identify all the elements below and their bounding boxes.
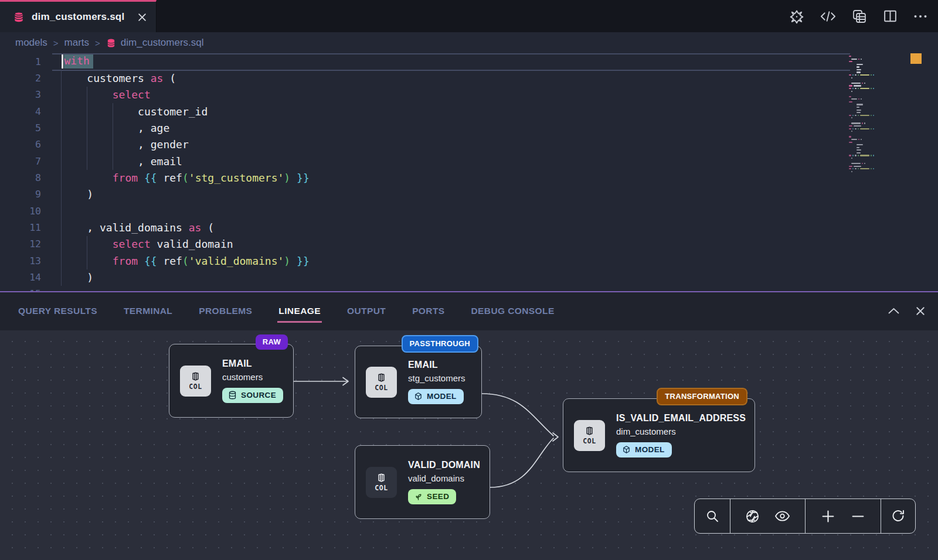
refresh-icon[interactable] (891, 509, 905, 523)
node-model-name: valid_domains (408, 473, 480, 483)
lineage-node-stg-customers[interactable]: PASSTHROUGH COL EMAIL stg_customers MODE… (355, 346, 482, 418)
breadcrumb-marts[interactable]: marts (64, 37, 90, 49)
panel-tab-bar: QUERY RESULTSTERMINALPROBLEMSLINEAGEOUTP… (0, 292, 938, 329)
lineage-node-dim-customers[interactable]: TRANSFORMATION COL IS_VALID_EMAIL_ADDRES… (563, 398, 755, 472)
line-number: 7 (0, 156, 41, 167)
breadcrumb-file[interactable]: dim_customers.sql (106, 37, 204, 49)
columns-icon (376, 372, 387, 383)
line-number: 4 (0, 106, 41, 117)
breadcrumb-models[interactable]: models (15, 37, 47, 49)
node-model-name: stg_customers (408, 373, 465, 383)
code-line: 8 from {{ ref('stg_customers') }} (0, 169, 938, 186)
node-model-name: customers (222, 372, 283, 382)
panel-header-icons (888, 292, 925, 329)
minimap[interactable] (849, 56, 899, 176)
panel-tab-output[interactable]: OUTPUT (347, 306, 386, 316)
scrollbar-selection-marker (910, 53, 922, 64)
columns-icon (190, 371, 201, 382)
indent-guide (87, 87, 87, 170)
tab-dim-customers[interactable]: dim_customers.sql (0, 0, 157, 32)
line-number: 2 (0, 73, 41, 84)
editor-tab-bar: dim_customers.sql (0, 0, 938, 32)
node-column-name: EMAIL (222, 358, 283, 369)
split-editor-icon[interactable] (883, 9, 898, 23)
cube-icon (414, 392, 423, 401)
dbt-icon[interactable] (789, 9, 804, 24)
code-line: 15 (0, 286, 938, 291)
text-cursor (62, 54, 63, 69)
panel-tab-debug-console[interactable]: DEBUG CONSOLE (471, 306, 555, 316)
line-number: 1 (0, 56, 41, 67)
code-lines: 1with2 customers as (3 select4 customer_… (0, 53, 938, 291)
seed-badge[interactable]: SEED (408, 489, 456, 504)
model-badge[interactable]: MODEL (616, 442, 672, 457)
source-badge[interactable]: SOURCE (222, 388, 283, 403)
columns-icon (376, 472, 387, 483)
node-column-name: VALID_DOMAIN (408, 460, 480, 470)
columns-icon (584, 425, 595, 436)
lineage-canvas[interactable]: RAW COL EMAIL customers SOURCE (0, 330, 938, 560)
lineage-toolbar (694, 498, 916, 534)
column-chip: COL (366, 467, 397, 498)
line-number: 14 (0, 272, 41, 283)
panel-tab-terminal[interactable]: TERMINAL (124, 306, 172, 316)
cube-icon (622, 445, 631, 454)
code-line: 3 select (0, 87, 938, 103)
panel-tab-query-results[interactable]: QUERY RESULTS (18, 306, 97, 316)
code-editor[interactable]: 1with2 customers as (3 select4 customer_… (0, 53, 938, 291)
panel-tab-problems[interactable]: PROBLEMS (199, 306, 252, 316)
search-icon[interactable] (705, 509, 719, 523)
zoom-in-icon[interactable] (821, 510, 835, 523)
line-number: 9 (0, 189, 41, 200)
code-line: 11 , valid_domains as ( (0, 219, 938, 235)
chevron-up-icon[interactable] (888, 308, 899, 314)
lineage-node-customers[interactable]: RAW COL EMAIL customers SOURCE (169, 344, 294, 418)
raw-tag: RAW (256, 334, 288, 350)
line-number: 12 (0, 238, 41, 250)
model-badge[interactable]: MODEL (408, 389, 464, 404)
column-chip: COL (574, 420, 605, 451)
indent-guide (61, 70, 62, 286)
line-number: 8 (0, 172, 41, 183)
code-line: 13 from {{ ref('valid_domains') }} (0, 252, 938, 269)
close-icon[interactable] (916, 306, 925, 316)
passthrough-tag: PASSTHROUGH (402, 335, 478, 353)
code-line: 14 ) (0, 269, 938, 285)
tab-close-icon[interactable] (138, 13, 147, 22)
breadcrumb: models > marts > dim_customers.sql (0, 32, 938, 53)
code-line: 2 customers as ( (0, 70, 938, 86)
aperture-icon[interactable] (745, 509, 760, 524)
current-line-border-top (52, 53, 850, 54)
tab-title: dim_customers.sql (32, 11, 131, 23)
current-line-border-bottom (52, 70, 850, 71)
copy-table-icon[interactable] (852, 9, 867, 24)
more-actions-icon[interactable] (913, 14, 927, 19)
panel-tab-ports[interactable]: PORTS (412, 306, 444, 316)
code-line: 10 (0, 203, 938, 219)
code-line: 1with (0, 53, 938, 70)
code-line: 6 , gender (0, 136, 938, 153)
sprout-icon (414, 492, 423, 501)
editor-action-icons (789, 0, 927, 32)
line-number: 11 (0, 222, 41, 233)
bottom-panel: QUERY RESULTSTERMINALPROBLEMSLINEAGEOUTP… (0, 291, 938, 560)
node-column-name: EMAIL (408, 360, 465, 370)
line-number: 10 (0, 206, 41, 217)
line-number: 13 (0, 255, 41, 267)
database-file-icon (106, 38, 116, 48)
node-model-name: dim_customers (616, 426, 746, 436)
eye-icon[interactable] (774, 510, 790, 522)
zoom-out-icon[interactable] (851, 510, 865, 523)
line-number: 3 (0, 89, 41, 100)
line-number: 5 (0, 122, 41, 134)
code-icon[interactable] (820, 10, 836, 23)
code-line: 4 customer_id (0, 103, 938, 119)
database-file-icon (13, 11, 25, 23)
panel-tab-lineage[interactable]: LINEAGE (278, 306, 321, 316)
indent-guide (87, 236, 87, 269)
code-line: 5 , age (0, 119, 938, 136)
node-column-name: IS_VALID_EMAIL_ADDRESS (616, 413, 746, 424)
ide-window: dim_customers.sql (0, 0, 938, 560)
indent-guide (113, 103, 113, 170)
lineage-node-valid-domains[interactable]: COL VALID_DOMAIN valid_domains SEED (355, 445, 490, 519)
